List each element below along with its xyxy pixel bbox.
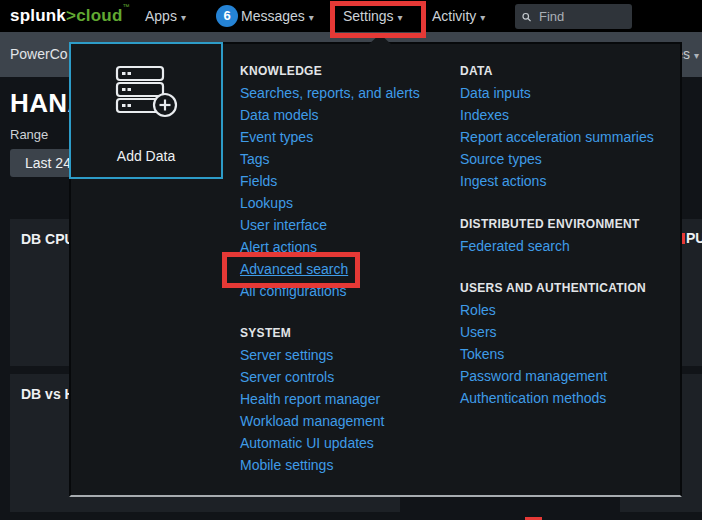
splunk-cloud-logo[interactable]: splunk>cloud™ (10, 0, 130, 32)
menu-item-tokens[interactable]: Tokens (460, 343, 682, 365)
menu-item-health-report-manager[interactable]: Health report manager (240, 388, 458, 410)
menu-item-data-models[interactable]: Data models (240, 104, 458, 126)
chevron-down-icon: ▾ (480, 12, 485, 23)
chevron-down-icon: ▾ (309, 12, 314, 23)
menu-item-indexes[interactable]: Indexes (460, 104, 682, 126)
menu-item-ingest-actions[interactable]: Ingest actions (460, 170, 682, 192)
apps-menu[interactable]: Apps▾ (145, 0, 186, 32)
app-name-fragment[interactable]: PowerCo (10, 32, 68, 77)
section-header-data: DATA (460, 60, 682, 82)
menu-item-lookups[interactable]: Lookups (240, 192, 458, 214)
menu-item-report-acceleration-summaries[interactable]: Report acceleration summaries (460, 126, 682, 148)
logo-splunk-text: splunk (10, 6, 66, 25)
section-header-system: SYSTEM (240, 322, 458, 344)
annotation-box-settings (330, 1, 426, 38)
menu-item-server-controls[interactable]: Server controls (240, 366, 458, 388)
menu-item-event-types[interactable]: Event types (240, 126, 458, 148)
menu-item-password-management[interactable]: Password management (460, 365, 682, 387)
search-icon (522, 11, 531, 23)
section-header-users-and-authentication: USERS AND AUTHENTICATION (460, 277, 682, 299)
activity-menu[interactable]: Activity▾ (432, 0, 485, 32)
menu-item-searches-reports-alerts[interactable]: Searches, reports, and alerts (240, 82, 458, 104)
menu-item-users[interactable]: Users (460, 321, 682, 343)
activity-menu-label: Activity (432, 8, 476, 24)
settings-dropdown-menu: Add Data KNOWLEDGE Searches, reports, an… (69, 42, 682, 497)
menu-item-fields[interactable]: Fields (240, 170, 458, 192)
menu-item-federated-search[interactable]: Federated search (460, 235, 682, 257)
logo-cloud-text: cloud (76, 6, 122, 25)
logo-trademark: ™ (122, 3, 129, 10)
menu-item-server-settings[interactable]: Server settings (240, 344, 458, 366)
chevron-down-icon: ▾ (694, 50, 699, 61)
menu-item-authentication-methods[interactable]: Authentication methods (460, 387, 682, 409)
menu-item-data-inputs[interactable]: Data inputs (460, 82, 682, 104)
menu-item-workload-management[interactable]: Workload management (240, 410, 458, 432)
apps-menu-label: Apps (145, 8, 177, 24)
add-data-card[interactable]: Add Data (69, 42, 223, 179)
menu-column-2: DATA Data inputs Indexes Report accelera… (460, 60, 682, 409)
panel-title: PU L (686, 230, 702, 246)
messages-menu[interactable]: Messages▾ (241, 0, 314, 32)
range-label: Range (10, 127, 48, 142)
annotation-box-advanced-search (222, 252, 360, 288)
logo-chevron: > (66, 6, 76, 25)
messages-count-badge: 6 (216, 5, 238, 27)
add-data-label: Add Data (71, 148, 221, 164)
find-search-input[interactable] (537, 8, 625, 25)
menu-item-mobile-settings[interactable]: Mobile settings (240, 454, 458, 476)
menu-item-source-types[interactable]: Source types (460, 148, 682, 170)
menu-item-roles[interactable]: Roles (460, 299, 682, 321)
red-fragment (682, 233, 685, 244)
section-header-distributed-environment: DISTRIBUTED ENVIRONMENT (460, 213, 682, 235)
messages-menu-label: Messages (241, 8, 305, 24)
menu-item-user-interface[interactable]: User interface (240, 214, 458, 236)
section-header-knowledge: KNOWLEDGE (240, 60, 458, 82)
chevron-down-icon: ▾ (181, 12, 186, 23)
find-search-box[interactable] (515, 4, 632, 29)
add-data-icon (113, 65, 179, 119)
menu-item-automatic-ui-updates[interactable]: Automatic UI updates (240, 432, 458, 454)
menu-item-tags[interactable]: Tags (240, 148, 458, 170)
